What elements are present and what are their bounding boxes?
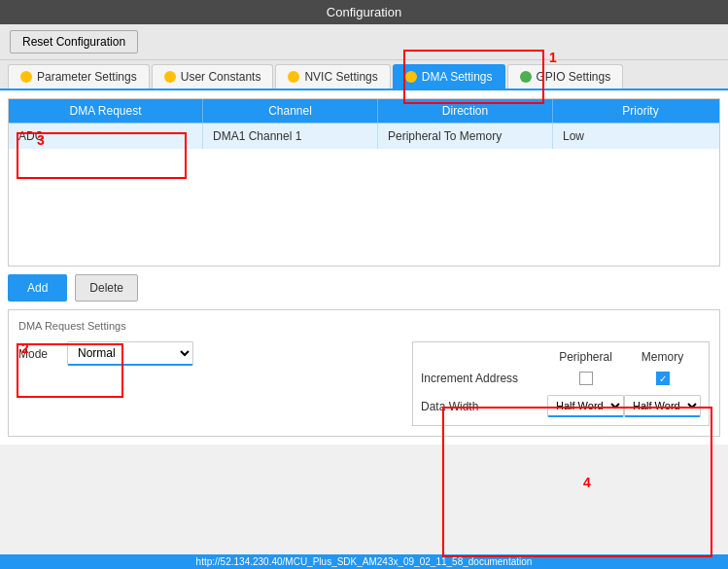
tab-param-icon (20, 71, 32, 83)
toolbar: Reset Configuration (0, 24, 728, 60)
tab-user-label: User Constants (181, 70, 261, 84)
annotation-3-label: 3 (37, 132, 45, 148)
tab-user-constants[interactable]: User Constants (152, 64, 274, 89)
annotation-4-label: 4 (583, 475, 591, 490)
memory-checkbox-cell: ✓ (624, 372, 701, 385)
table-row[interactable]: ADC DMA1 Channel 1 Peripheral To Memory … (9, 123, 719, 149)
annotation-1-label: 1 (549, 50, 557, 65)
tab-nvic-label: NVIC Settings (304, 70, 377, 84)
memory-width-cell: Byte Half Word Word (624, 395, 701, 417)
status-text: http://52.134.230.40/MCU_Plus_SDK_AM243x… (196, 556, 533, 567)
cell-direction: Peripheral To Memory (378, 124, 553, 149)
tab-nvic-icon (288, 71, 299, 83)
tab-user-icon (164, 71, 176, 83)
annotation-2-label: 2 (21, 340, 29, 356)
settings-header-row: Peripheral Memory (421, 350, 701, 364)
peripheral-width-cell: Byte Half Word Word (547, 395, 624, 417)
reset-config-button[interactable]: Reset Configuration (10, 30, 138, 53)
increment-label: Increment Address (421, 372, 547, 385)
peripheral-increment-checkbox[interactable] (579, 372, 593, 385)
tab-nvic-settings[interactable]: NVIC Settings (275, 64, 390, 89)
tab-dma-settings[interactable]: DMA Settings (393, 64, 505, 89)
add-button[interactable]: Add (8, 274, 67, 302)
table-empty-area (9, 149, 719, 266)
tab-param-label: Parameter Settings (37, 70, 137, 84)
tab-gpio-icon (520, 71, 532, 83)
cell-priority: Low (553, 124, 728, 149)
table-header: DMA Request Channel Direction Priority (9, 99, 719, 123)
tab-gpio-label: GPIO Settings (537, 70, 611, 84)
action-buttons: Add Delete (8, 274, 720, 302)
tab-dma-icon (405, 71, 417, 83)
dma-request-settings: DMA Request Settings Mode Normal Circula… (8, 309, 720, 437)
data-width-label: Data Width (421, 400, 547, 413)
data-width-row: Data Width Byte Half Word Word Byte (421, 395, 701, 417)
memory-width-select[interactable]: Byte Half Word Word (624, 395, 701, 417)
mode-select[interactable]: Normal Circular (67, 341, 193, 366)
status-bar: http://52.134.230.40/MCU_Plus_SDK_AM243x… (0, 554, 728, 569)
peripheral-checkbox-cell (547, 372, 624, 385)
tab-gpio-settings[interactable]: GPIO Settings (507, 64, 624, 89)
peripheral-header: Peripheral (547, 350, 624, 364)
tab-dma-label: DMA Settings (422, 70, 493, 84)
dma-table: DMA Request Channel Direction Priority A… (8, 98, 720, 267)
cell-channel: DMA1 Channel 1 (203, 124, 378, 149)
tabs-row: Parameter Settings User Constants NVIC S… (0, 60, 728, 90)
memory-increment-checkbox[interactable]: ✓ (656, 372, 670, 385)
title-bar: Configuration (0, 0, 728, 24)
col-direction: Direction (378, 99, 553, 123)
mode-row: Mode Normal Circular (18, 341, 193, 366)
dma-settings-title: DMA Request Settings (18, 320, 710, 332)
col-channel: Channel (203, 99, 378, 123)
increment-row: Increment Address ✓ (421, 372, 701, 385)
col-dma-request: DMA Request (9, 99, 203, 123)
memory-header: Memory (624, 350, 701, 364)
left-settings: Mode Normal Circular (18, 341, 193, 366)
tab-parameter-settings[interactable]: Parameter Settings (8, 64, 150, 89)
col-priority: Priority (553, 99, 728, 123)
delete-button[interactable]: Delete (75, 274, 138, 302)
peripheral-width-select[interactable]: Byte Half Word Word (547, 395, 624, 417)
title-text: Configuration (327, 5, 401, 19)
settings-empty-col (421, 350, 547, 364)
right-settings-panel: Peripheral Memory Increment Address ✓ (412, 341, 710, 426)
